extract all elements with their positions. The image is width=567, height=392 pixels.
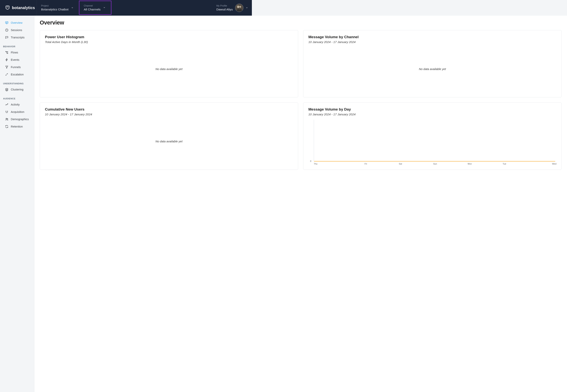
cards-grid: Power User Histogram Total Active Days i…	[40, 30, 252, 170]
brand-logo-icon	[5, 5, 10, 11]
flows-icon	[5, 51, 9, 54]
svg-point-5	[6, 51, 6, 52]
sidebar-item-label: Funnels	[11, 66, 21, 69]
sidebar-item-sessions[interactable]: Sessions	[0, 27, 34, 34]
sidebar-item-label: Clustering	[11, 88, 23, 91]
channel-selector[interactable]: Channel All Channels	[80, 4, 111, 11]
sidebar: Overview Sessions Transcripts BEHAVIOR F…	[0, 16, 34, 174]
chat-icon	[5, 36, 9, 39]
sidebar-item-label: Retention	[11, 125, 23, 128]
sidebar-item-label: Acquisition	[11, 110, 24, 113]
card-title: Cumulative New Users	[45, 107, 252, 112]
channel-value: All Channels	[84, 8, 100, 11]
sidebar-heading-behavior: BEHAVIOR	[0, 41, 34, 49]
escalation-icon	[5, 73, 9, 76]
presentation-icon	[5, 21, 9, 25]
sidebar-item-demographics[interactable]: Demographics	[0, 115, 34, 123]
profile-selector[interactable]: My Profile Dawud Aliyu	[216, 4, 248, 12]
card-power-user-histogram: Power User Histogram Total Active Days i…	[40, 30, 252, 98]
trend-icon	[5, 103, 9, 106]
bolt-icon	[5, 58, 9, 62]
project-selector[interactable]: Project Botanalytics Chatbot	[37, 0, 79, 16]
svg-point-1	[239, 6, 241, 8]
sidebar-item-events[interactable]: Events	[0, 56, 34, 63]
sidebar-item-clustering[interactable]: Clustering	[0, 86, 34, 93]
sidebar-item-label: Overview	[11, 21, 22, 24]
sidebar-item-label: Sessions	[11, 28, 22, 32]
sidebar-item-funnels[interactable]: Funnels	[0, 63, 34, 71]
sidebar-item-transcripts[interactable]: Transcripts	[0, 34, 34, 41]
card-title: Power User Histogram	[45, 35, 252, 39]
chevron-down-icon	[103, 6, 106, 9]
people-icon	[5, 117, 9, 121]
sidebar-item-overview[interactable]: Overview	[0, 19, 34, 27]
brand[interactable]: botanalytics	[5, 5, 35, 11]
sidebar-item-label: Activity	[11, 103, 20, 106]
brand-name: botanalytics	[12, 6, 35, 10]
main-content: Overview Power User Histogram Total Acti…	[34, 16, 252, 174]
refresh-icon	[5, 125, 9, 128]
project-label: Project	[41, 4, 69, 7]
avatar	[235, 4, 243, 12]
channel-highlight: Channel All Channels	[79, 0, 111, 15]
chevron-down-icon	[246, 6, 248, 10]
card-subtitle: Total Active Days in Month (L30)	[45, 40, 252, 44]
sidebar-item-label: Flows	[11, 51, 18, 54]
no-data-message: No data available yet	[155, 140, 182, 143]
sidebar-item-label: Transcripts	[11, 36, 25, 39]
layers-icon	[5, 88, 9, 91]
svg-point-6	[7, 52, 8, 52]
chevron-down-icon	[71, 6, 73, 10]
profile-label: My Profile	[216, 4, 233, 7]
svg-point-0	[237, 6, 239, 8]
project-value: Botanalytics Chatbot	[41, 8, 69, 11]
sidebar-item-flows[interactable]: Flows	[0, 49, 34, 56]
funnel-icon	[5, 65, 9, 69]
channel-label: Channel	[84, 4, 100, 7]
sidebar-item-escalation[interactable]: Escalation	[0, 71, 34, 78]
sidebar-heading-understanding: UNDERSTANDING	[0, 78, 34, 86]
svg-point-7	[7, 53, 8, 54]
svg-point-9	[7, 118, 8, 119]
magnet-icon	[5, 110, 9, 114]
card-subtitle: 10 January 2024 - 17 January 2024	[45, 113, 252, 116]
sidebar-item-activity[interactable]: Activity	[0, 101, 34, 108]
svg-point-8	[6, 118, 7, 119]
sidebar-item-retention[interactable]: Retention	[0, 123, 34, 130]
header-selectors: Project Botanalytics Chatbot Channel All…	[37, 0, 111, 16]
clock-icon	[5, 28, 9, 32]
card-cumulative-new-users: Cumulative New Users 10 January 2024 - 1…	[40, 102, 252, 170]
sidebar-item-label: Events	[11, 58, 19, 61]
profile-name: Dawud Aliyu	[216, 8, 233, 11]
sidebar-item-acquisition[interactable]: Acquisition	[0, 108, 34, 115]
sidebar-item-label: Escalation	[11, 73, 24, 76]
app-header: botanalytics Project Botanalytics Chatbo…	[0, 0, 252, 16]
sidebar-heading-audience: AUDIENCE	[0, 93, 34, 101]
page-title: Overview	[40, 19, 252, 26]
no-data-message: No data available yet	[155, 67, 182, 70]
sidebar-item-label: Demographics	[11, 118, 29, 121]
